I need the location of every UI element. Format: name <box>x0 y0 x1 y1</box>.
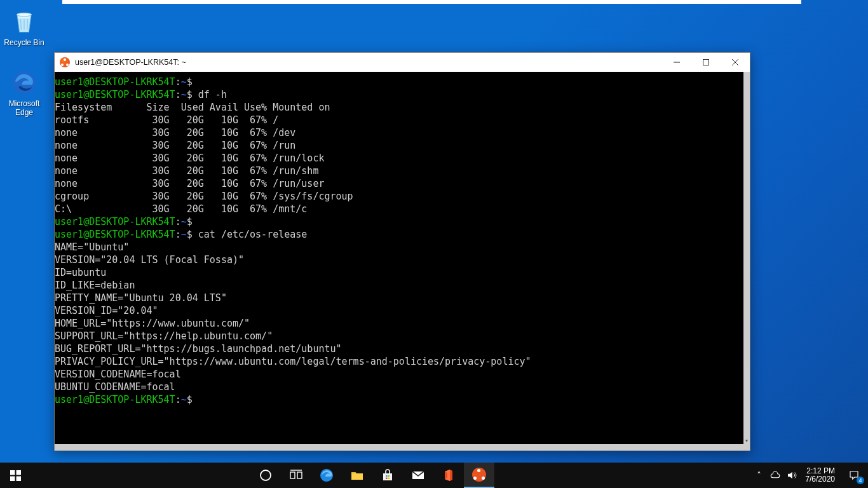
window-title: user1@DESKTOP-LKRK54T: ~ <box>75 58 186 67</box>
terminal-window: user1@DESKTOP-LKRK54T: ~ user1@DESKTOP-L… <box>54 52 750 451</box>
chevron-up-icon: ˄ <box>757 470 761 480</box>
windows-logo-icon <box>10 470 21 481</box>
taskbar-clock[interactable]: 2:12 PM 7/6/2020 <box>800 467 840 484</box>
terminal-body[interactable]: user1@DESKTOP-LKRK54T:~$ user1@DESKTOP-L… <box>55 72 743 444</box>
taskbar-app-edge[interactable] <box>311 463 342 488</box>
cortana-button[interactable] <box>250 463 281 488</box>
edge-icon <box>9 67 39 98</box>
desktop-icon-label: Microsoft Edge <box>0 99 48 117</box>
svg-point-10 <box>261 470 271 480</box>
tray-onedrive[interactable] <box>767 463 783 488</box>
svg-rect-18 <box>388 478 390 480</box>
maximize-button[interactable] <box>691 53 721 72</box>
action-center-button[interactable]: 4 <box>840 463 868 488</box>
tray-volume[interactable] <box>783 463 800 488</box>
desktop-icon-edge[interactable]: Microsoft Edge <box>0 67 48 117</box>
taskbar: ˄ 2:12 PM 7/6/2020 4 <box>0 463 868 488</box>
taskbar-app-mail[interactable] <box>403 463 433 488</box>
circle-icon <box>258 468 273 483</box>
ubuntu-icon <box>60 57 70 67</box>
recycle-bin-icon <box>9 6 39 37</box>
desktop-icon-recycle-bin[interactable]: Recycle Bin <box>0 6 48 47</box>
svg-rect-17 <box>386 478 388 480</box>
window-titlebar[interactable]: user1@DESKTOP-LKRK54T: ~ <box>55 53 750 72</box>
top-white-strip <box>62 0 801 4</box>
svg-rect-11 <box>290 472 295 478</box>
svg-point-0 <box>17 13 32 17</box>
task-view-icon <box>288 468 304 483</box>
taskbar-app-file-explorer[interactable] <box>342 463 372 488</box>
svg-rect-8 <box>10 476 15 480</box>
start-button[interactable] <box>0 463 31 488</box>
minimize-button[interactable] <box>662 53 691 72</box>
cloud-icon <box>770 470 781 481</box>
edge-icon <box>319 468 334 483</box>
taskbar-app-store[interactable] <box>372 463 403 488</box>
ubuntu-icon <box>472 468 486 482</box>
svg-rect-7 <box>16 470 20 475</box>
svg-rect-15 <box>386 475 388 477</box>
office-icon <box>441 468 456 483</box>
desktop-icon-label: Recycle Bin <box>0 38 48 47</box>
task-view-button[interactable] <box>281 463 311 488</box>
svg-rect-3 <box>703 60 709 65</box>
svg-rect-6 <box>10 470 15 475</box>
svg-rect-16 <box>388 475 390 477</box>
store-icon <box>380 468 395 483</box>
speaker-icon <box>786 470 797 481</box>
taskbar-app-ubuntu[interactable] <box>464 463 494 488</box>
scrollbar-thumb[interactable] <box>743 72 750 444</box>
svg-rect-9 <box>16 476 20 480</box>
scroll-down-arrow-icon[interactable]: ▼ <box>743 438 750 444</box>
notification-badge: 4 <box>857 477 864 484</box>
folder-icon <box>349 468 365 483</box>
terminal-scrollbar[interactable]: ▲ ▼ <box>743 72 750 444</box>
clock-date: 7/6/2020 <box>805 475 835 484</box>
tray-chevron-up[interactable]: ˄ <box>750 463 767 488</box>
taskbar-app-office[interactable] <box>433 463 464 488</box>
close-button[interactable] <box>721 53 750 72</box>
svg-rect-12 <box>297 472 302 478</box>
mail-icon <box>410 468 426 483</box>
